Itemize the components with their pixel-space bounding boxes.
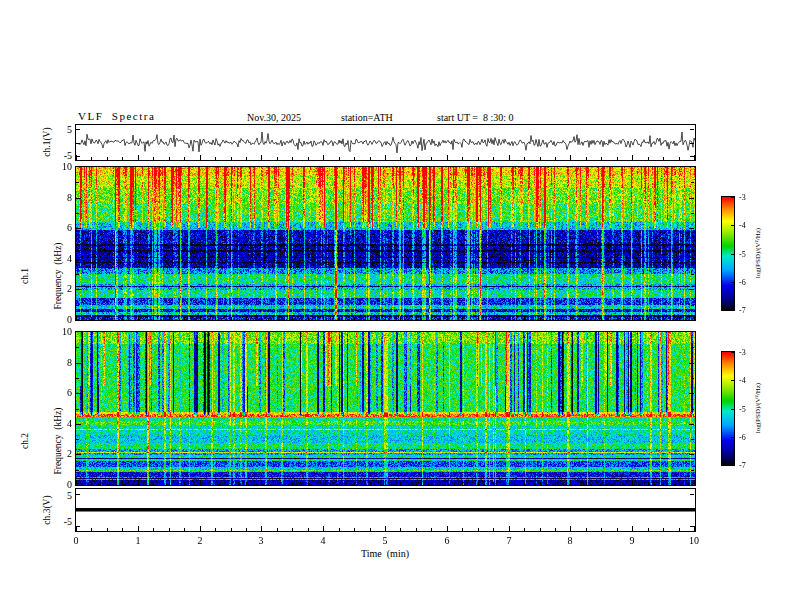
- x-tick-mark: [200, 315, 201, 320]
- x-tick-mark: [261, 526, 262, 531]
- x-minor-tick-mark: [524, 528, 525, 531]
- x-tick-label: 1: [123, 535, 153, 546]
- x-tick-mark: [570, 315, 571, 320]
- x-minor-tick-mark: [184, 317, 185, 320]
- x-minor-tick-mark: [648, 317, 649, 320]
- y-tick-mark: [691, 439, 694, 440]
- y-tick-mark: [76, 213, 79, 214]
- x-minor-tick-mark: [540, 482, 541, 485]
- x-minor-tick-mark: [215, 317, 216, 320]
- x-tick-mark: [509, 155, 510, 160]
- y-tick-mark: [690, 129, 694, 130]
- x-minor-tick-mark: [122, 528, 123, 531]
- y-tick-label: 2: [40, 283, 72, 294]
- x-minor-tick-mark: [555, 317, 556, 320]
- x-minor-tick-mark: [169, 528, 170, 531]
- plot-station: station=ATH: [341, 112, 393, 124]
- x-minor-tick-mark: [400, 482, 401, 485]
- ch2-spec-channel-label: ch.2: [20, 379, 31, 503]
- x-minor-tick-mark: [292, 157, 293, 160]
- colorbar-tick-label: -4: [739, 221, 746, 230]
- y-tick-label: 10: [40, 326, 72, 337]
- ch1-spectrogram-panel: [75, 166, 696, 321]
- x-tick-mark: [632, 315, 633, 320]
- y-tick-mark: [76, 424, 81, 425]
- y-tick-mark: [691, 470, 694, 471]
- x-tick-mark: [447, 480, 448, 485]
- x-minor-tick-mark: [153, 528, 154, 531]
- ch3-wave-ytick-top: 5: [40, 490, 72, 501]
- x-minor-tick-mark: [617, 528, 618, 531]
- x-tick-mark: [323, 155, 324, 160]
- x-tick-mark: [385, 480, 386, 485]
- x-minor-tick-mark: [370, 157, 371, 160]
- y-tick-label: 4: [40, 253, 72, 264]
- y-tick-mark: [691, 213, 694, 214]
- x-minor-tick-mark: [493, 317, 494, 320]
- x-minor-tick-mark: [231, 528, 232, 531]
- x-tick-mark: [138, 315, 139, 320]
- x-minor-tick-mark: [215, 482, 216, 485]
- x-tick-label: 7: [494, 535, 524, 546]
- x-minor-tick-mark: [400, 528, 401, 531]
- plot-title: VLF Spectra: [78, 110, 155, 122]
- y-tick-label: 6: [40, 387, 72, 398]
- x-tick-mark: [632, 480, 633, 485]
- y-tick-mark: [76, 156, 80, 157]
- colorbar-tick-mark: [731, 282, 734, 283]
- y-tick-mark: [690, 156, 694, 157]
- x-tick-mark: [694, 480, 695, 485]
- x-minor-tick-mark: [478, 528, 479, 531]
- x-minor-tick-mark: [617, 482, 618, 485]
- x-minor-tick-mark: [462, 528, 463, 531]
- y-tick-mark: [76, 470, 79, 471]
- x-tick-mark: [138, 526, 139, 531]
- y-tick-mark: [691, 347, 694, 348]
- x-minor-tick-mark: [107, 528, 108, 531]
- y-tick-mark: [76, 198, 81, 199]
- x-minor-tick-mark: [416, 528, 417, 531]
- y-tick-mark: [76, 494, 80, 495]
- x-tick-mark: [323, 526, 324, 531]
- x-minor-tick-mark: [462, 317, 463, 320]
- ch2-spectrogram-panel: [75, 331, 696, 486]
- plot-date: Nov.30, 2025: [247, 112, 301, 124]
- x-minor-tick-mark: [169, 482, 170, 485]
- x-minor-tick-mark: [679, 317, 680, 320]
- x-tick-mark: [447, 526, 448, 531]
- x-minor-tick-mark: [601, 157, 602, 160]
- x-minor-tick-mark: [601, 317, 602, 320]
- y-tick-mark: [76, 378, 79, 379]
- x-tick-mark: [632, 526, 633, 531]
- x-minor-tick-mark: [462, 157, 463, 160]
- x-minor-tick-mark: [663, 157, 664, 160]
- y-tick-mark: [76, 510, 80, 511]
- x-minor-tick-mark: [308, 157, 309, 160]
- x-minor-tick-mark: [339, 528, 340, 531]
- y-tick-mark: [690, 510, 694, 511]
- x-minor-tick-mark: [524, 317, 525, 320]
- x-minor-tick-mark: [292, 528, 293, 531]
- y-tick-mark: [76, 526, 80, 527]
- y-tick-mark: [689, 363, 694, 364]
- y-tick-mark: [691, 244, 694, 245]
- y-tick-mark: [689, 259, 694, 260]
- x-tick-label: 4: [308, 535, 338, 546]
- colorbar-tick-label: -7: [739, 306, 746, 315]
- colorbar-tick-label: -3: [739, 193, 746, 202]
- x-tick-label: 3: [246, 535, 276, 546]
- x-tick-mark: [200, 155, 201, 160]
- y-tick-label: 2: [40, 448, 72, 459]
- x-minor-tick-mark: [277, 482, 278, 485]
- x-minor-tick-mark: [586, 482, 587, 485]
- x-minor-tick-mark: [215, 528, 216, 531]
- x-tick-label: 0: [61, 535, 91, 546]
- x-minor-tick-mark: [431, 317, 432, 320]
- colorbar-tick-mark: [731, 197, 734, 198]
- y-tick-label: 10: [40, 161, 72, 172]
- x-minor-tick-mark: [277, 157, 278, 160]
- y-tick-mark: [76, 347, 79, 348]
- x-minor-tick-mark: [555, 157, 556, 160]
- x-tick-mark: [76, 480, 77, 485]
- colorbar-tick-label: -4: [739, 376, 746, 385]
